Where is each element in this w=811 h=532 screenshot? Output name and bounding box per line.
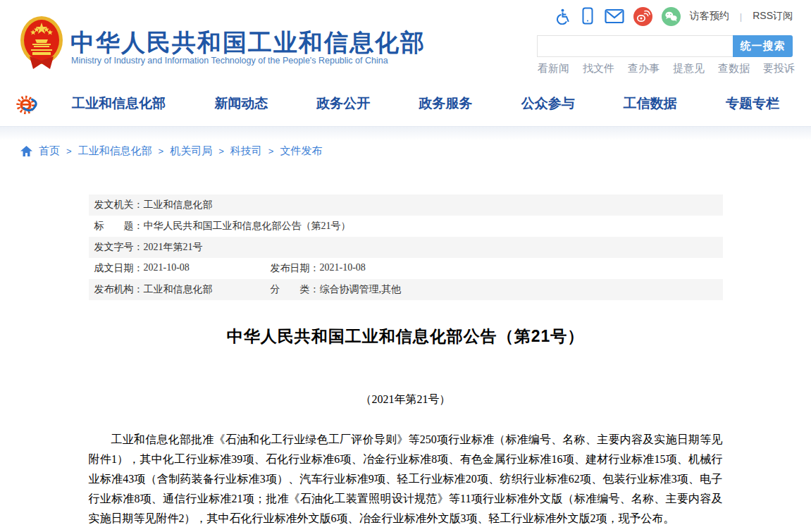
search-input[interactable] (537, 35, 733, 57)
nav-item-public-participation[interactable]: 公众参与 (521, 94, 575, 113)
meta-label: 发布机构： (94, 283, 144, 296)
meta-label: 分 类： (271, 283, 320, 296)
breadcrumb-separator: > (268, 146, 274, 156)
weibo-icon[interactable] (633, 7, 652, 26)
nav-item-special-topics[interactable]: 专题专栏 (726, 94, 779, 113)
breadcrumb-departments[interactable]: 机关司局 (170, 144, 212, 158)
nav-item-industry-data[interactable]: 工信数据 (624, 94, 677, 113)
meta-value: 2021年第21号 (144, 241, 203, 254)
meta-value: 工业和信息化部 (144, 199, 213, 211)
top-utility-bar: 访客预约 | RSS订阅 (554, 6, 793, 26)
meta-row-title: 标 题： 中华人民共和国工业和信息化部公告（第21号） (89, 216, 723, 237)
article-title: 中华人民共和国工业和信息化部公告（第21号） (89, 326, 723, 347)
quick-link-complaints[interactable]: 要投诉 (763, 62, 795, 75)
meta-label: 发布日期： (271, 262, 320, 275)
nav-item-miit[interactable]: 工业和信息化部 (72, 94, 166, 113)
meta-row-publisher-category: 发布机构： 工业和信息化部 分 类： 综合协调管理,其他 (89, 279, 723, 300)
accessibility-icon[interactable] (554, 8, 571, 25)
mail-icon[interactable] (605, 8, 624, 24)
meta-row-issuing-authority: 发文机关： 工业和信息化部 (89, 194, 723, 216)
rss-subscribe-link[interactable]: RSS订阅 (753, 10, 793, 23)
meta-value: 2021-10-08 (320, 262, 366, 275)
quick-link-suggestions[interactable]: 提意见 (673, 62, 705, 75)
nav-bottom-shadow (0, 126, 811, 140)
home-icon (20, 146, 32, 156)
site-header: 中华人民共和国工业和信息化部 Ministry of Industry and … (0, 0, 811, 81)
site-logo-link[interactable] (20, 16, 63, 72)
top-bar-separator: | (740, 11, 742, 22)
page: 中华人民共和国工业和信息化部 Ministry of Industry and … (0, 0, 811, 532)
search-bar: 统一搜索 (537, 35, 793, 57)
meta-label: 标 题： (94, 220, 144, 233)
meta-label: 发文字号： (94, 241, 144, 254)
nav-item-gov-disclosure[interactable]: 政务公开 (316, 94, 370, 113)
quick-link-services[interactable]: 查办事 (628, 62, 660, 75)
article-issue-number: （2021年第21号） (89, 392, 723, 407)
meta-label: 成文日期： (94, 262, 144, 275)
document-meta-table: 发文机关： 工业和信息化部 标 题： 中华人民共和国工业和信息化部公告（第21号… (89, 194, 723, 300)
meta-value: 2021-10-08 (144, 262, 190, 275)
meta-label: 发文机关： (94, 199, 144, 211)
visitor-appointment-link[interactable]: 访客预约 (690, 10, 729, 23)
breadcrumb-separator: > (218, 146, 224, 156)
site-subtitle: Ministry of Industry and Information Tec… (71, 56, 388, 66)
gear-e-logo-icon[interactable] (16, 90, 42, 117)
meta-value: 中华人民共和国工业和信息化部公告（第21号） (144, 220, 351, 233)
breadcrumb-separator: > (66, 146, 72, 156)
breadcrumb-home[interactable]: 首页 (39, 144, 60, 158)
breadcrumb: 首页 > 工业和信息化部 > 机关司局 > 科技司 > 文件发布 (0, 140, 811, 158)
quick-link-documents[interactable]: 找文件 (583, 62, 614, 75)
site-title: 中华人民共和国工业和信息化部 (70, 27, 426, 59)
mobile-icon[interactable] (580, 7, 595, 25)
quick-link-data[interactable]: 查数据 (718, 62, 750, 75)
nav-items: 工业和信息化部 新闻动态 政务公开 政务服务 公众参与 工信数据 专题专栏 (72, 94, 779, 113)
wechat-icon[interactable] (662, 7, 681, 26)
breadcrumb-science-tech-dept[interactable]: 科技司 (230, 144, 262, 158)
meta-row-document-number: 发文字号： 2021年第21号 (89, 237, 723, 258)
breadcrumb-separator: > (159, 146, 164, 156)
main-nav: 工业和信息化部 新闻动态 政务公开 政务服务 公众参与 工信数据 专题专栏 (0, 81, 811, 126)
document-content: 发文机关： 工业和信息化部 标 题： 中华人民共和国工业和信息化部公告（第21号… (89, 194, 723, 528)
breadcrumb-miit[interactable]: 工业和信息化部 (78, 144, 152, 158)
quick-links: 看新闻 找文件 查办事 提意见 查数据 要投诉 (538, 62, 795, 75)
article-body-paragraph: 工业和信息化部批准《石油和化工行业绿色工厂评价导则》等250项行业标准（标准编号… (89, 430, 723, 528)
unified-search-button[interactable]: 统一搜索 (733, 35, 793, 57)
nav-item-gov-services[interactable]: 政务服务 (419, 94, 472, 113)
meta-value: 综合协调管理,其他 (320, 283, 402, 296)
meta-value: 工业和信息化部 (144, 283, 213, 296)
breadcrumb-document-release[interactable]: 文件发布 (280, 144, 322, 158)
national-emblem-icon (20, 16, 63, 72)
meta-row-dates: 成文日期： 2021-10-08 发布日期： 2021-10-08 (89, 258, 723, 279)
quick-link-news[interactable]: 看新闻 (538, 62, 569, 75)
nav-item-news[interactable]: 新闻动态 (214, 94, 268, 113)
